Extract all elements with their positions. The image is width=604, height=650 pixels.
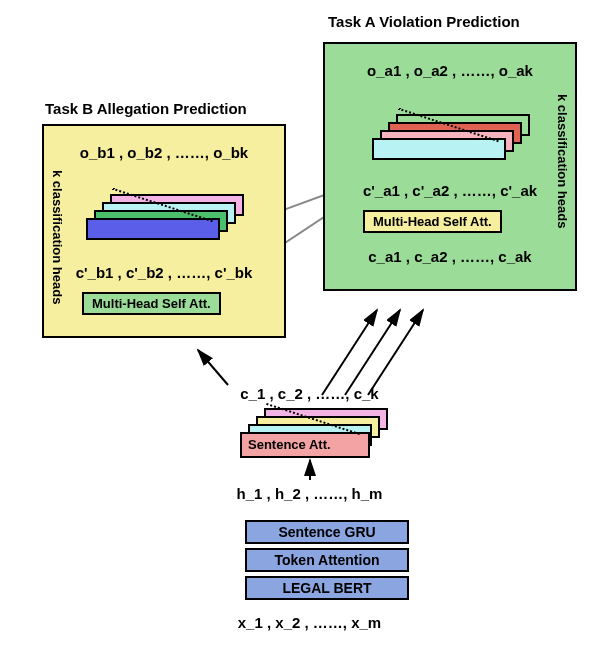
svg-line-7 (322, 310, 377, 395)
task-a-side-label: k classification heads (555, 94, 569, 228)
task-b-cprime: c'_b1 , c'_b2 , ……, c'_bk (69, 264, 259, 281)
x-row: x_1 , x_2 , ……, x_m (222, 614, 397, 631)
h-row: h_1 , h_2 , ……, h_m (222, 485, 397, 502)
svg-line-6 (198, 350, 228, 385)
sentence-att-label: Sentence Att. (240, 432, 370, 458)
task-b-heads-stack (84, 194, 254, 244)
encoder-gru: Sentence GRU (245, 520, 409, 544)
c-row: c_1 , c_2 , ……, c_k (222, 385, 397, 402)
task-a-mhsa: Multi-Head Self Att. (363, 210, 502, 233)
sentence-att-stack: Sentence Att. (238, 408, 408, 463)
task-b-block: o_b1 , o_b2 , ……, o_bk k classification … (42, 124, 286, 338)
task-a-block: o_a1 , o_a2 , ……, o_ak k classification … (323, 42, 577, 291)
encoder-bert: LEGAL BERT (245, 576, 409, 600)
task-b-mhsa: Multi-Head Self Att. (82, 292, 221, 315)
task-a-title: Task A Violation Prediction (328, 13, 520, 30)
task-a-cprime: c'_a1 , c'_a2 , ……, c'_ak (350, 182, 550, 199)
task-b-side-label: k classification heads (50, 170, 64, 304)
svg-line-8 (345, 310, 400, 395)
svg-line-9 (368, 310, 423, 395)
task-b-title: Task B Allegation Prediction (45, 100, 247, 117)
task-a-outputs: o_a1 , o_a2 , ……, o_ak (355, 62, 545, 79)
task-a-c: c_a1 , c_a2 , ……, c_ak (350, 248, 550, 265)
encoder-token-att: Token Attention (245, 548, 409, 572)
task-a-heads-stack (370, 114, 540, 164)
task-b-outputs: o_b1 , o_b2 , ……, o_bk (69, 144, 259, 161)
